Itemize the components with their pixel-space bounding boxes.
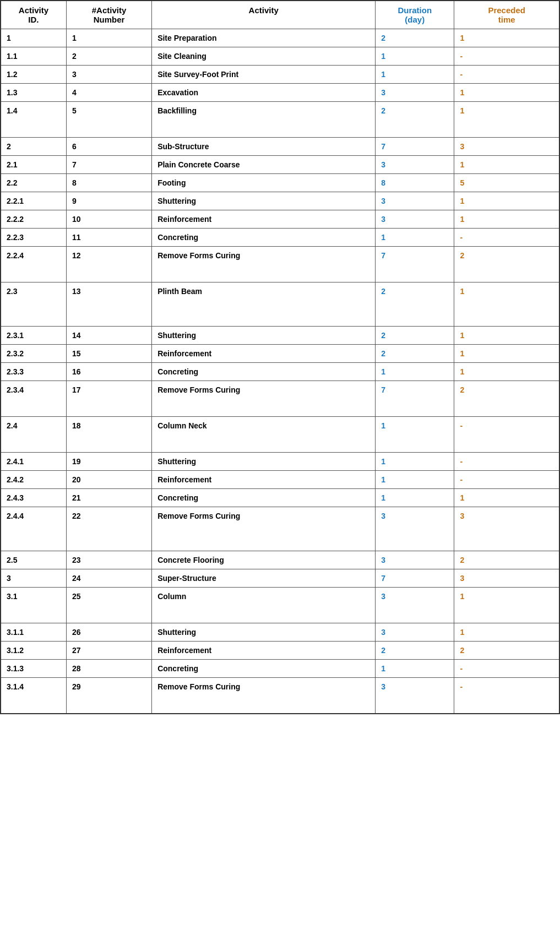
- cell-activity-number: 7: [66, 156, 151, 174]
- table-row: 2.3.316Concreting11: [1, 363, 559, 381]
- cell-activity-name: Concreting: [152, 660, 376, 678]
- cell-activity-name: Concrete Flooring: [152, 551, 376, 569]
- cell-activity-id: 3.1: [1, 588, 66, 623]
- cell-duration: 1: [376, 363, 454, 381]
- cell-duration: 3: [376, 551, 454, 569]
- cell-activity-id: 1.4: [1, 102, 66, 138]
- cell-activity-id: 2.4.2: [1, 471, 66, 489]
- cell-activity-number: 22: [66, 507, 151, 551]
- cell-activity-name: Concreting: [152, 229, 376, 247]
- cell-activity-number: 1: [66, 29, 151, 47]
- cell-preceded: -: [454, 453, 559, 471]
- table-row: 2.3.417Remove Forms Curing72: [1, 381, 559, 417]
- cell-preceded: 3: [454, 569, 559, 588]
- cell-activity-number: 14: [66, 327, 151, 345]
- cell-activity-number: 20: [66, 471, 151, 489]
- cell-preceded: 3: [454, 138, 559, 156]
- header-activity-number: #ActivityNumber: [66, 1, 151, 29]
- cell-activity-name: Shuttering: [152, 327, 376, 345]
- cell-activity-number: 3: [66, 66, 151, 84]
- cell-duration: 1: [376, 66, 454, 84]
- table-row: 2.4.119Shuttering1-: [1, 453, 559, 471]
- cell-duration: 3: [376, 192, 454, 210]
- cell-activity-name: Concreting: [152, 363, 376, 381]
- cell-activity-number: 23: [66, 551, 151, 569]
- cell-activity-number: 28: [66, 660, 151, 678]
- cell-preceded: 1: [454, 327, 559, 345]
- table-row: 3.125Column31: [1, 588, 559, 623]
- cell-duration: 7: [376, 247, 454, 282]
- cell-activity-name: Plain Concrete Coarse: [152, 156, 376, 174]
- table-row: 2.2.19Shuttering31: [1, 192, 559, 210]
- table-row: 1.23Site Survey-Foot Print1-: [1, 66, 559, 84]
- cell-preceded: 3: [454, 507, 559, 551]
- cell-activity-name: Shuttering: [152, 623, 376, 642]
- cell-duration: 1: [376, 417, 454, 453]
- cell-preceded: 1: [454, 345, 559, 363]
- cell-duration: 7: [376, 381, 454, 417]
- cell-duration: 7: [376, 138, 454, 156]
- cell-activity-number: 5: [66, 102, 151, 138]
- cell-preceded: -: [454, 417, 559, 453]
- cell-preceded: 2: [454, 247, 559, 282]
- cell-activity-id: 2.4.3: [1, 489, 66, 507]
- cell-duration: 1: [376, 471, 454, 489]
- cell-activity-number: 19: [66, 453, 151, 471]
- cell-activity-name: Remove Forms Curing: [152, 507, 376, 551]
- cell-activity-number: 17: [66, 381, 151, 417]
- cell-duration: 3: [376, 84, 454, 102]
- table-row: 3.1.328Concreting1-: [1, 660, 559, 678]
- cell-duration: 3: [376, 588, 454, 623]
- cell-activity-id: 2.2.1: [1, 192, 66, 210]
- table-row: 2.523Concrete Flooring32: [1, 551, 559, 569]
- cell-preceded: 1: [454, 489, 559, 507]
- cell-activity-name: Column Neck: [152, 417, 376, 453]
- cell-duration: 3: [376, 623, 454, 642]
- cell-activity-id: 2.3.3: [1, 363, 66, 381]
- table-row: 2.2.311Concreting1-: [1, 229, 559, 247]
- cell-activity-id: 2: [1, 138, 66, 156]
- cell-preceded: 1: [454, 156, 559, 174]
- cell-activity-number: 4: [66, 84, 151, 102]
- cell-activity-number: 2: [66, 47, 151, 66]
- cell-activity-id: 1: [1, 29, 66, 47]
- cell-duration: 1: [376, 47, 454, 66]
- cell-preceded: -: [454, 471, 559, 489]
- cell-activity-name: Shuttering: [152, 192, 376, 210]
- table-row: 1.34Excavation31: [1, 84, 559, 102]
- cell-activity-name: Reinforcement: [152, 642, 376, 660]
- cell-activity-id: 3: [1, 569, 66, 588]
- activity-table: ActivityID. #ActivityNumber Activity Dur…: [0, 0, 560, 714]
- table-row: 2.4.422Remove Forms Curing33: [1, 507, 559, 551]
- table-row: 2.2.412Remove Forms Curing72: [1, 247, 559, 282]
- cell-activity-name: Concreting: [152, 489, 376, 507]
- cell-duration: 3: [376, 156, 454, 174]
- cell-activity-number: 27: [66, 642, 151, 660]
- table-row: 2.4.220Reinforcement1-: [1, 471, 559, 489]
- cell-preceded: 1: [454, 102, 559, 138]
- cell-preceded: -: [454, 229, 559, 247]
- cell-preceded: -: [454, 66, 559, 84]
- cell-activity-id: 2.3: [1, 282, 66, 327]
- cell-activity-id: 3.1.1: [1, 623, 66, 642]
- header-preceded: Precededtime: [454, 1, 559, 29]
- table-row: 2.313Plinth Beam21: [1, 282, 559, 327]
- cell-duration: 3: [376, 210, 454, 229]
- cell-preceded: 5: [454, 174, 559, 192]
- table-row: 1.12Site Cleaning1-: [1, 47, 559, 66]
- cell-activity-id: 2.2.2: [1, 210, 66, 229]
- table-row: 2.3.215Reinforcement21: [1, 345, 559, 363]
- cell-activity-name: Shuttering: [152, 453, 376, 471]
- cell-duration: 2: [376, 102, 454, 138]
- cell-preceded: 1: [454, 84, 559, 102]
- cell-activity-number: 15: [66, 345, 151, 363]
- cell-duration: 1: [376, 489, 454, 507]
- cell-activity-id: 1.2: [1, 66, 66, 84]
- cell-activity-name: Backfilling: [152, 102, 376, 138]
- cell-activity-id: 2.3.4: [1, 381, 66, 417]
- cell-activity-name: Site Preparation: [152, 29, 376, 47]
- cell-duration: 2: [376, 327, 454, 345]
- cell-preceded: 1: [454, 588, 559, 623]
- cell-preceded: 1: [454, 363, 559, 381]
- cell-activity-name: Footing: [152, 174, 376, 192]
